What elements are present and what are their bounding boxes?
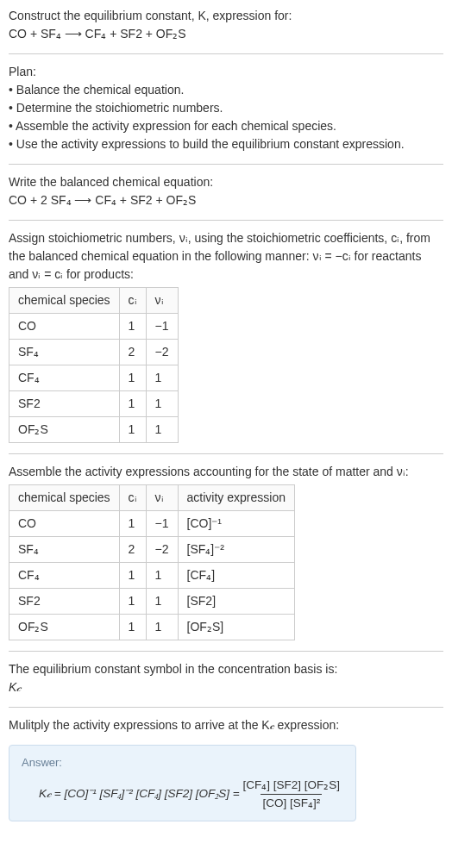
table-row: SF₄ 2 −2 [SF₄]⁻² <box>9 537 295 563</box>
plan-item: • Assemble the activity expression for e… <box>9 117 443 135</box>
table-cell: 1 <box>119 615 146 640</box>
kc-symbol-section: The equilibrium constant symbol in the c… <box>9 660 443 696</box>
table-header: cᵢ <box>119 288 146 314</box>
plan-section: Plan: • Balance the chemical equation. •… <box>9 63 443 153</box>
table-header: chemical species <box>9 485 120 511</box>
table-row: CF₄ 1 1 [CF₄] <box>9 563 295 589</box>
table-cell: 2 <box>119 340 146 365</box>
balanced-section: Write the balanced chemical equation: CO… <box>9 173 443 209</box>
table-cell: −1 <box>146 314 178 340</box>
title-line2: CO + SF₄ ⟶ CF₄ + SF2 + OF₂S <box>9 25 443 43</box>
table-cell: 1 <box>119 365 146 391</box>
stoich-intro: Assign stoichiometric numbers, νᵢ, using… <box>9 229 443 284</box>
table-cell: 1 <box>119 314 146 340</box>
table-cell: 1 <box>119 391 146 417</box>
multiply-section: Mulitply the activity expressions to arr… <box>9 716 443 734</box>
answer-content: K𝒸 = [CO]⁻¹ [SF₄]⁻² [CF₄] [SF2] [OF₂S] =… <box>22 777 343 813</box>
activity-header: Assemble the activity expressions accoun… <box>9 463 443 481</box>
table-cell: CO <box>9 511 120 537</box>
plan-item: • Balance the chemical equation. <box>9 81 443 99</box>
table-cell: −2 <box>146 537 178 563</box>
table-row: OF₂S 1 1 <box>9 417 179 443</box>
table-header: cᵢ <box>119 485 146 511</box>
answer-lhs: K𝒸 = [CO]⁻¹ [SF₄]⁻² [CF₄] [SF2] [OF₂S] = <box>39 785 240 802</box>
answer-numerator: [CF₄] [SF2] [OF₂S] <box>242 777 342 794</box>
table-header: νᵢ <box>146 485 178 511</box>
table-header-row: chemical species cᵢ νᵢ <box>9 288 179 314</box>
table-cell: OF₂S <box>9 417 120 443</box>
table-cell: CO <box>9 314 120 340</box>
divider <box>9 220 443 221</box>
kc-symbol-header: The equilibrium constant symbol in the c… <box>9 660 443 678</box>
answer-box: Answer: K𝒸 = [CO]⁻¹ [SF₄]⁻² [CF₄] [SF2] … <box>9 745 356 821</box>
table-row: CO 1 −1 <box>9 314 179 340</box>
divider <box>9 651 443 652</box>
activity-table: chemical species cᵢ νᵢ activity expressi… <box>9 484 295 640</box>
plan-header: Plan: <box>9 63 443 81</box>
table-header: chemical species <box>9 288 120 314</box>
table-cell: [OF₂S] <box>178 615 294 640</box>
table-cell: OF₂S <box>9 615 120 640</box>
stoich-table: chemical species cᵢ νᵢ CO 1 −1 SF₄ 2 −2 … <box>9 287 179 443</box>
title-section: Construct the equilibrium constant, K, e… <box>9 7 443 43</box>
table-cell: [CF₄] <box>178 563 294 589</box>
table-cell: 1 <box>146 417 178 443</box>
multiply-header: Mulitply the activity expressions to arr… <box>9 716 443 734</box>
table-cell: 1 <box>146 365 178 391</box>
table-cell: 1 <box>146 391 178 417</box>
answer-label: Answer: <box>22 754 343 771</box>
table-cell: 2 <box>119 537 146 563</box>
table-cell: 1 <box>119 417 146 443</box>
table-header: νᵢ <box>146 288 178 314</box>
table-row: SF₄ 2 −2 <box>9 340 179 365</box>
table-cell: [SF2] <box>178 589 294 615</box>
stoich-section: Assign stoichiometric numbers, νᵢ, using… <box>9 229 443 443</box>
table-row: CF₄ 1 1 <box>9 365 179 391</box>
divider <box>9 707 443 708</box>
table-cell: [CO]⁻¹ <box>178 511 294 537</box>
table-cell: SF₄ <box>9 537 120 563</box>
table-row: SF2 1 1 [SF2] <box>9 589 295 615</box>
answer-fraction: [CF₄] [SF2] [OF₂S] [CO] [SF₄]² <box>242 777 342 813</box>
balanced-header: Write the balanced chemical equation: <box>9 173 443 191</box>
table-cell: CF₄ <box>9 365 120 391</box>
table-row: CO 1 −1 [CO]⁻¹ <box>9 511 295 537</box>
plan-item: • Determine the stoichiometric numbers. <box>9 99 443 117</box>
divider <box>9 53 443 54</box>
table-header: activity expression <box>178 485 294 511</box>
activity-section: Assemble the activity expressions accoun… <box>9 463 443 640</box>
kc-symbol: K𝒸 <box>9 678 443 696</box>
balanced-equation: CO + 2 SF₄ ⟶ CF₄ + SF2 + OF₂S <box>9 191 443 209</box>
table-cell: CF₄ <box>9 563 120 589</box>
table-row: SF2 1 1 <box>9 391 179 417</box>
table-cell: 1 <box>146 615 178 640</box>
plan-item: • Use the activity expressions to build … <box>9 135 443 153</box>
table-cell: SF2 <box>9 589 120 615</box>
table-cell: −1 <box>146 511 178 537</box>
table-row: OF₂S 1 1 [OF₂S] <box>9 615 295 640</box>
table-cell: SF₄ <box>9 340 120 365</box>
table-cell: [SF₄]⁻² <box>178 537 294 563</box>
table-cell: 1 <box>119 563 146 589</box>
table-cell: 1 <box>146 563 178 589</box>
table-header-row: chemical species cᵢ νᵢ activity expressi… <box>9 485 295 511</box>
answer-denominator: [CO] [SF₄]² <box>261 794 322 812</box>
table-cell: 1 <box>146 589 178 615</box>
table-cell: SF2 <box>9 391 120 417</box>
table-cell: 1 <box>119 511 146 537</box>
table-cell: 1 <box>119 589 146 615</box>
divider <box>9 164 443 165</box>
title-line1: Construct the equilibrium constant, K, e… <box>9 7 443 25</box>
table-cell: −2 <box>146 340 178 365</box>
divider <box>9 453 443 454</box>
